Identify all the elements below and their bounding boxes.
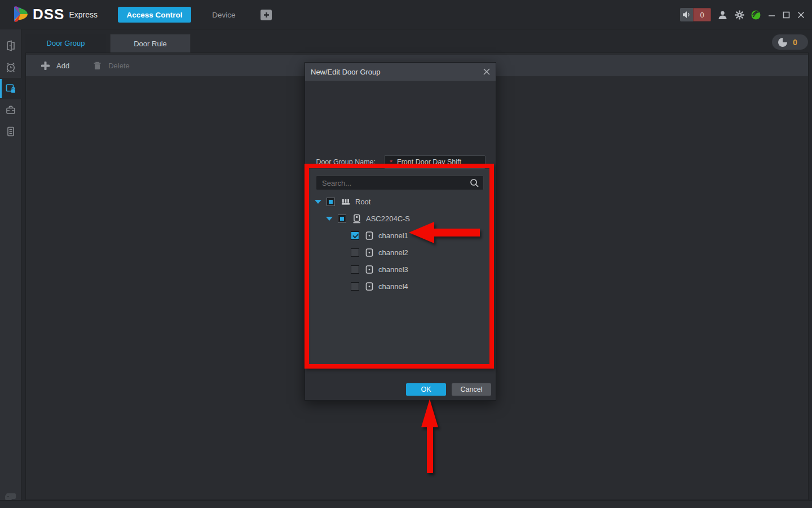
channel-label: channel4: [378, 282, 408, 291]
tree-row-channel2[interactable]: channel2: [310, 244, 489, 261]
task-count: 0: [793, 38, 797, 47]
expand-arrow-icon[interactable]: [326, 217, 333, 221]
door-icon: [5, 40, 16, 51]
alarm-clock-icon: [5, 62, 16, 73]
channel-checkbox-2[interactable]: [351, 248, 359, 257]
user-icon[interactable]: [717, 9, 728, 20]
door-channel-icon: [365, 248, 374, 257]
sidebar-item-door[interactable]: [0, 35, 21, 56]
subtab-bar: Door Group Door Rule: [25, 34, 191, 52]
tree-row-device[interactable]: ASC2204C-S: [310, 210, 489, 227]
close-button[interactable]: [795, 9, 806, 20]
network-status-icon[interactable]: [750, 9, 761, 20]
door-channel-icon: [365, 282, 374, 291]
logo-text-express: Express: [69, 10, 98, 19]
device-tree-panel: Root ASC2204C-S channel1: [310, 169, 490, 365]
new-edit-door-group-dialog: New/Edit Door Group Door Group Name: * F…: [304, 62, 496, 401]
channel-checkbox-1[interactable]: [351, 231, 359, 240]
pie-progress-icon: [778, 37, 788, 47]
channel-label: channel1: [378, 231, 408, 240]
dialog-title: New/Edit Door Group: [311, 68, 381, 76]
door-group-name-label: Door Group Name:: [302, 158, 376, 166]
nav-tab-device[interactable]: Device: [198, 7, 249, 23]
minimize-button[interactable]: [766, 9, 777, 20]
add-button-label: Add: [56, 62, 69, 70]
maximize-button[interactable]: [780, 9, 792, 20]
task-progress-badge[interactable]: 0: [772, 34, 808, 50]
cancel-button[interactable]: Cancel: [452, 383, 491, 396]
root-checkbox[interactable]: [326, 198, 335, 206]
alarm-count-badge: 0: [693, 8, 711, 21]
tab-door-group[interactable]: Door Group: [25, 34, 106, 52]
speaker-icon: [680, 8, 693, 21]
channel-checkbox-3[interactable]: [351, 265, 359, 274]
tree-row-channel1[interactable]: channel1: [310, 227, 489, 244]
settings-gear-icon[interactable]: [734, 9, 745, 20]
trash-icon: [93, 61, 102, 70]
device-tree: Root ASC2204C-S channel1: [310, 193, 489, 295]
channel-label: channel2: [378, 248, 408, 257]
dss-express-window: DSS Express Access Control Device 0: [0, 0, 812, 508]
tab-door-rule[interactable]: Door Rule: [110, 34, 191, 52]
channel-checkbox-4[interactable]: [351, 282, 359, 291]
expand-arrow-icon[interactable]: [315, 200, 321, 204]
search-icon[interactable]: [470, 178, 479, 188]
plus-icon: [263, 12, 270, 18]
tree-row-root[interactable]: Root: [310, 193, 489, 210]
logo-text-dss: DSS: [33, 6, 64, 23]
delete-button[interactable]: Delete: [93, 61, 130, 70]
briefcase-icon: [5, 104, 16, 116]
sidebar-item-attendance[interactable]: [0, 56, 21, 78]
dialog-header: New/Edit Door Group: [305, 63, 496, 81]
search-box[interactable]: [316, 176, 484, 190]
required-marker: *: [390, 158, 392, 167]
dialog-close-icon[interactable]: [481, 66, 492, 77]
channel-label: channel3: [378, 265, 408, 274]
sidebar-item-log[interactable]: [0, 121, 21, 142]
tree-row-channel4[interactable]: channel4: [310, 278, 489, 295]
left-sidebar: [0, 29, 21, 508]
add-module-button[interactable]: [261, 10, 272, 20]
add-plus-icon: [41, 62, 50, 70]
sidebar-item-toolbox[interactable]: [0, 99, 21, 121]
root-label: Root: [355, 198, 370, 206]
access-device-icon: [352, 214, 361, 224]
device-label: ASC2204C-S: [366, 214, 410, 223]
add-button[interactable]: Add: [41, 62, 69, 70]
ok-button[interactable]: OK: [406, 383, 446, 396]
organization-icon: [341, 197, 351, 206]
app-logo: DSS Express: [12, 5, 98, 23]
titlebar: DSS Express Access Control Device 0: [0, 0, 812, 29]
door-group-name-input[interactable]: * Front Door Day Shift: [384, 155, 486, 169]
door-channel-icon: [365, 265, 374, 274]
status-strip: [0, 500, 812, 508]
nav-tab-access-control[interactable]: Access Control: [118, 7, 191, 23]
sidebar-item-access-control[interactable]: [0, 78, 21, 99]
door-group-name-value: Front Door Day Shift: [397, 158, 461, 166]
device-checkbox[interactable]: [338, 214, 346, 223]
alarm-indicator[interactable]: 0: [680, 8, 711, 21]
dss-logo-icon: [12, 5, 29, 23]
document-icon: [5, 126, 16, 137]
search-input[interactable]: [322, 176, 463, 190]
door-channel-icon: [365, 231, 374, 240]
delete-button-label: Delete: [108, 62, 130, 70]
tree-row-channel3[interactable]: channel3: [310, 261, 489, 278]
access-control-icon: [5, 83, 17, 95]
